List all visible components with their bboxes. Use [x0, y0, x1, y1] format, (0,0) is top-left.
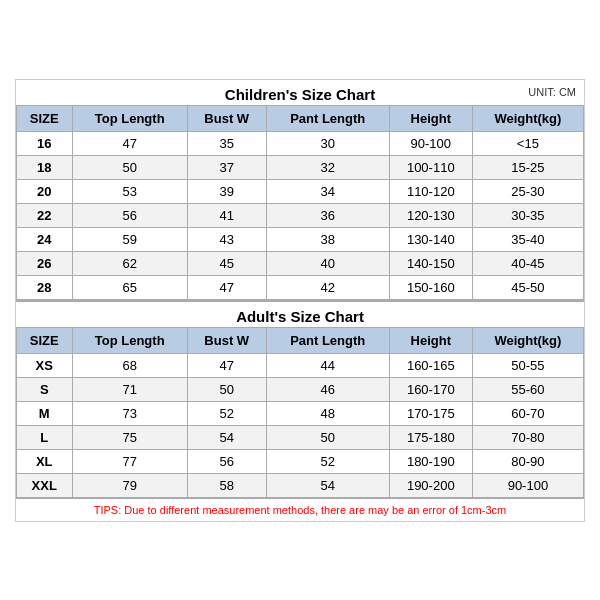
header-pant-length: Pant Length: [266, 105, 389, 131]
data-cell: 44: [266, 353, 389, 377]
adult-table-row: S715046160-17055-60: [17, 377, 584, 401]
data-cell: 160-165: [389, 353, 472, 377]
adult-header-size: SIZE: [17, 327, 73, 353]
data-cell: 50: [187, 377, 266, 401]
data-cell: 77: [72, 449, 187, 473]
data-cell: 50: [266, 425, 389, 449]
data-cell: 42: [266, 275, 389, 299]
children-table-row: 26624540140-15040-45: [17, 251, 584, 275]
data-cell: 56: [72, 203, 187, 227]
data-cell: 45-50: [472, 275, 583, 299]
children-header-row: SIZE Top Length Bust W Pant Length Heigh…: [17, 105, 584, 131]
adult-header-top-length: Top Length: [72, 327, 187, 353]
children-table-row: 24594338130-14035-40: [17, 227, 584, 251]
data-cell: 140-150: [389, 251, 472, 275]
header-weight: Weight(kg): [472, 105, 583, 131]
data-cell: 80-90: [472, 449, 583, 473]
data-cell: 70-80: [472, 425, 583, 449]
children-section-title: Children's Size Chart UNIT: CM: [16, 80, 584, 105]
data-cell: 45: [187, 251, 266, 275]
data-cell: 68: [72, 353, 187, 377]
data-cell: 55-60: [472, 377, 583, 401]
data-cell: 120-130: [389, 203, 472, 227]
data-cell: 150-160: [389, 275, 472, 299]
data-cell: 47: [187, 353, 266, 377]
data-cell: 43: [187, 227, 266, 251]
adult-title-text: Adult's Size Chart: [236, 308, 364, 325]
size-cell: XS: [17, 353, 73, 377]
size-cell: 22: [17, 203, 73, 227]
size-cell: 18: [17, 155, 73, 179]
data-cell: 58: [187, 473, 266, 497]
size-cell: 24: [17, 227, 73, 251]
data-cell: 50: [72, 155, 187, 179]
data-cell: 60-70: [472, 401, 583, 425]
size-cell: L: [17, 425, 73, 449]
data-cell: 48: [266, 401, 389, 425]
data-cell: 40: [266, 251, 389, 275]
data-cell: 15-25: [472, 155, 583, 179]
data-cell: 37: [187, 155, 266, 179]
adult-table-row: L755450175-18070-80: [17, 425, 584, 449]
adult-table-row: XXL795854190-20090-100: [17, 473, 584, 497]
adult-size-table: SIZE Top Length Bust W Pant Length Heigh…: [16, 327, 584, 498]
size-cell: 20: [17, 179, 73, 203]
size-chart-container: Children's Size Chart UNIT: CM SIZE Top …: [15, 79, 585, 522]
size-cell: 28: [17, 275, 73, 299]
data-cell: 79: [72, 473, 187, 497]
data-cell: 38: [266, 227, 389, 251]
header-bust-w: Bust W: [187, 105, 266, 131]
adult-header-pant-length: Pant Length: [266, 327, 389, 353]
data-cell: 53: [72, 179, 187, 203]
size-cell: M: [17, 401, 73, 425]
children-table-row: 28654742150-16045-50: [17, 275, 584, 299]
data-cell: 47: [72, 131, 187, 155]
data-cell: 52: [187, 401, 266, 425]
data-cell: 25-30: [472, 179, 583, 203]
data-cell: 50-55: [472, 353, 583, 377]
data-cell: 30-35: [472, 203, 583, 227]
data-cell: 100-110: [389, 155, 472, 179]
data-cell: 54: [266, 473, 389, 497]
header-top-length: Top Length: [72, 105, 187, 131]
data-cell: 73: [72, 401, 187, 425]
adult-header-bust-w: Bust W: [187, 327, 266, 353]
data-cell: 62: [72, 251, 187, 275]
data-cell: 90-100: [389, 131, 472, 155]
data-cell: 54: [187, 425, 266, 449]
children-title-text: Children's Size Chart: [225, 86, 375, 103]
header-size: SIZE: [17, 105, 73, 131]
data-cell: 75: [72, 425, 187, 449]
data-cell: 30: [266, 131, 389, 155]
size-cell: 26: [17, 251, 73, 275]
data-cell: 52: [266, 449, 389, 473]
data-cell: 90-100: [472, 473, 583, 497]
adult-header-row: SIZE Top Length Bust W Pant Length Heigh…: [17, 327, 584, 353]
size-cell: 16: [17, 131, 73, 155]
adult-header-height: Height: [389, 327, 472, 353]
data-cell: 46: [266, 377, 389, 401]
data-cell: 47: [187, 275, 266, 299]
data-cell: 36: [266, 203, 389, 227]
data-cell: 160-170: [389, 377, 472, 401]
children-table-row: 1647353090-100<15: [17, 131, 584, 155]
data-cell: 110-120: [389, 179, 472, 203]
unit-label: UNIT: CM: [528, 86, 576, 98]
data-cell: 130-140: [389, 227, 472, 251]
size-cell: XL: [17, 449, 73, 473]
data-cell: 190-200: [389, 473, 472, 497]
children-table-row: 22564136120-13030-35: [17, 203, 584, 227]
data-cell: 59: [72, 227, 187, 251]
data-cell: 71: [72, 377, 187, 401]
data-cell: 65: [72, 275, 187, 299]
data-cell: 35-40: [472, 227, 583, 251]
children-table-row: 18503732100-11015-25: [17, 155, 584, 179]
data-cell: 35: [187, 131, 266, 155]
adult-header-weight: Weight(kg): [472, 327, 583, 353]
data-cell: 175-180: [389, 425, 472, 449]
data-cell: 170-175: [389, 401, 472, 425]
tips-text: TIPS: Due to different measurement metho…: [16, 498, 584, 521]
adult-table-row: XS684744160-16550-55: [17, 353, 584, 377]
header-height: Height: [389, 105, 472, 131]
data-cell: 41: [187, 203, 266, 227]
